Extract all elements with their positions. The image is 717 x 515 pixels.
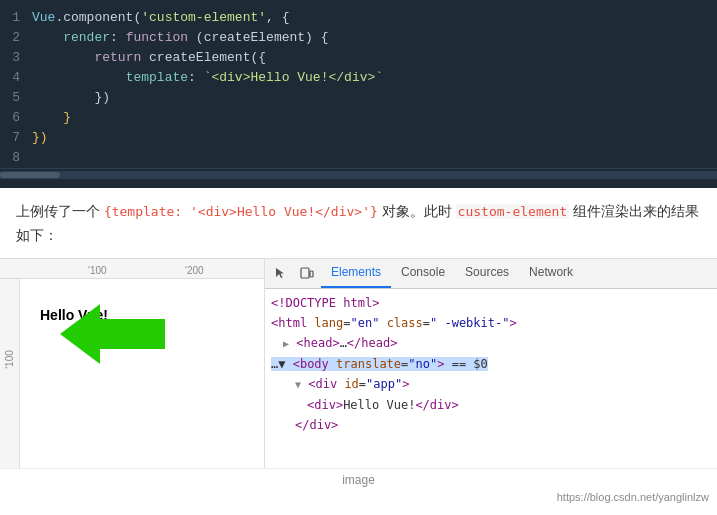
device-icon[interactable]	[295, 261, 319, 285]
desc-part3: 组件渲染出来的结果	[569, 203, 699, 219]
image-label: image	[0, 468, 717, 489]
scrollbar[interactable]	[0, 168, 717, 180]
line-code: template: `<div>Hello Vue!</div>`	[32, 68, 383, 88]
line-code: })	[32, 128, 48, 148]
line-code: }	[32, 108, 71, 128]
desc-part1: 上例传了一个	[16, 203, 104, 219]
ruler-left-mark: '100	[4, 350, 15, 369]
green-arrow-icon	[55, 299, 165, 369]
code-line-7: 7 })	[0, 128, 717, 148]
line-number: 3	[0, 48, 32, 68]
code-line-8: 8	[0, 148, 717, 168]
svg-marker-0	[60, 304, 165, 364]
ruler-mark-100: '100	[88, 265, 107, 276]
line-code: render: function (createElement) {	[32, 28, 329, 48]
line-number: 1	[0, 8, 32, 28]
dom-content: <!DOCTYPE html> <html lang="en" class=" …	[265, 289, 717, 468]
tab-network[interactable]: Network	[519, 259, 583, 288]
dom-line-6: <div>Hello Vue!</div>	[271, 395, 711, 415]
line-code: return createElement({	[32, 48, 266, 68]
code-line-5: 5 })	[0, 88, 717, 108]
line-code: })	[32, 88, 110, 108]
desc-highlight2: custom-element	[456, 204, 570, 219]
dom-line-7: </div>	[271, 415, 711, 435]
desc-part4: 如下：	[16, 227, 58, 243]
desc-highlight1: {template: '<div>Hello Vue!</div>'}	[104, 204, 378, 219]
cursor-icon[interactable]	[269, 261, 293, 285]
tab-sources[interactable]: Sources	[455, 259, 519, 288]
description-text: 上例传了一个 {template: '<div>Hello Vue!</div>…	[0, 188, 717, 258]
scrollbar-thumb	[0, 172, 60, 178]
line-number: 4	[0, 68, 32, 88]
code-line-3: 3 return createElement({	[0, 48, 717, 68]
dom-line-2: <html lang="en" class=" -webkit-">	[271, 313, 711, 333]
line-number: 5	[0, 88, 32, 108]
code-line-2: 2 render: function (createElement) {	[0, 28, 717, 48]
tab-elements[interactable]: Elements	[321, 259, 391, 288]
line-number: 6	[0, 108, 32, 128]
dom-line-3: ▶ <head>…</head>	[271, 333, 711, 353]
code-line-4: 4 template: `<div>Hello Vue!</div>`	[0, 68, 717, 88]
footer-url: https://blog.csdn.net/yanglinlzw	[0, 489, 717, 505]
dom-line-5: ▼ <div id="app">	[271, 374, 711, 394]
line-number: 2	[0, 28, 32, 48]
code-line-1: 1 Vue.component('custom-element', {	[0, 8, 717, 28]
devtools-tabs: Elements Console Sources Network	[265, 259, 717, 289]
line-code: Vue.component('custom-element', {	[32, 8, 289, 28]
ruler-top: '100 '200	[0, 259, 264, 279]
tab-console[interactable]: Console	[391, 259, 455, 288]
desc-part2: 对象。此时	[378, 203, 456, 219]
code-editor: 1 Vue.component('custom-element', { 2 re…	[0, 0, 717, 188]
scrollbar-track	[0, 171, 717, 179]
dom-line-4: …▼ <body translate="no"> == $0	[271, 354, 711, 374]
devtools-panel: Elements Console Sources Network <!DOCTY…	[265, 259, 717, 468]
preview-area: '100 '200 '100 Hello Vue!	[0, 258, 717, 468]
browser-preview: '100 '200 '100 Hello Vue!	[0, 259, 265, 468]
ruler-left: '100	[0, 279, 20, 468]
line-number: 8	[0, 148, 32, 168]
dom-line-1: <!DOCTYPE html>	[271, 293, 711, 313]
line-number: 7	[0, 128, 32, 148]
ruler-mark-200: '200	[185, 265, 204, 276]
svg-rect-2	[310, 271, 313, 277]
code-line-6: 6 }	[0, 108, 717, 128]
svg-rect-1	[301, 268, 309, 278]
